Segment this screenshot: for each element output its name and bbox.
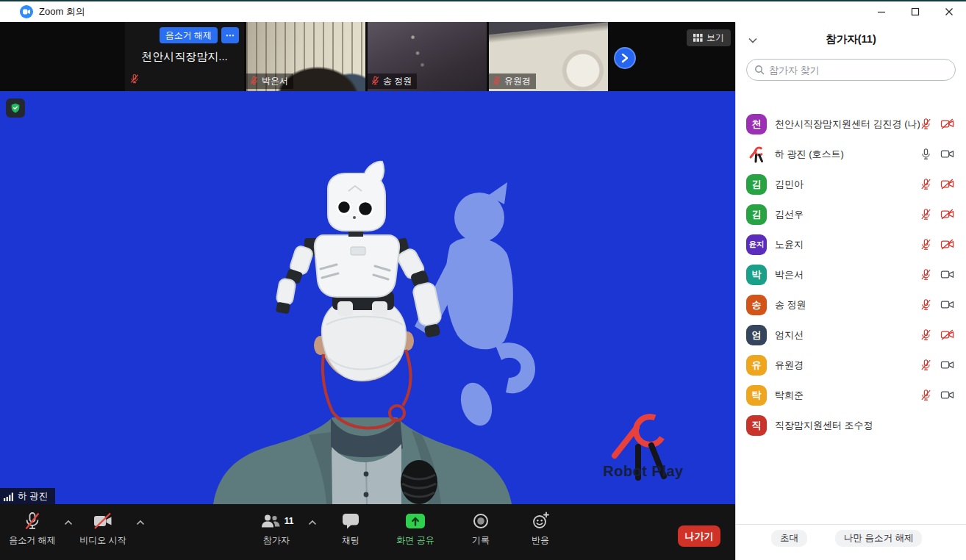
- maximize-button[interactable]: [898, 1, 932, 22]
- participant-row[interactable]: 김김선우: [736, 199, 966, 229]
- window-controls: [865, 1, 966, 22]
- thumbnail-unmute-button[interactable]: 음소거 해제: [160, 27, 218, 43]
- thumbnail-self[interactable]: 음소거 해제 ⋯ 천안시직장맘지...: [125, 22, 244, 91]
- participant-avatar: 김: [746, 204, 767, 225]
- participant-name: 김민아: [775, 178, 920, 191]
- record-button[interactable]: 기록: [461, 511, 501, 547]
- start-video-button[interactable]: 비디오 시작: [74, 511, 132, 547]
- thumbnail-name: 천안시직장맘지...: [125, 50, 244, 64]
- record-icon: [472, 511, 490, 531]
- robot-play-watermark: Robot Play: [588, 463, 698, 480]
- participant-avatar: 엄: [746, 325, 767, 345]
- mic-muted-icon: [920, 238, 932, 251]
- participant-name: 송 정원: [775, 298, 920, 312]
- mic-muted-icon: [920, 268, 932, 281]
- close-button[interactable]: [932, 1, 966, 22]
- active-speaker-video: 하 광진 Robot Play: [0, 91, 735, 504]
- mic-muted-icon: [920, 118, 932, 130]
- thumbnail-name: 송 정원: [383, 75, 412, 87]
- share-screen-button[interactable]: 화면 공유: [388, 511, 443, 547]
- mic-muted-icon: [249, 76, 259, 87]
- participant-avatar: 직: [746, 415, 767, 436]
- camera-on-icon: [940, 359, 954, 371]
- mic-muted-icon: [371, 76, 380, 87]
- camera-off-icon: [940, 208, 954, 220]
- thumbnail-participant[interactable]: 유원경: [489, 22, 608, 91]
- participant-name: 엄지선: [775, 329, 920, 342]
- speaker-name: 하 광진: [18, 490, 48, 503]
- chat-button[interactable]: 채팅: [329, 511, 372, 547]
- participant-search[interactable]: [746, 59, 956, 81]
- thumbnail-participant[interactable]: 박은서: [246, 22, 365, 91]
- share-screen-icon: [405, 511, 426, 531]
- invite-button[interactable]: 초대: [771, 530, 807, 547]
- participant-status-icons: [920, 208, 954, 220]
- camera-off-icon: [940, 178, 954, 190]
- participant-row[interactable]: 천천안시직장맘지원센터 김진경 (나): [736, 109, 966, 139]
- participant-avatar: [746, 144, 767, 165]
- participant-name: 유원경: [775, 359, 920, 372]
- minimize-button[interactable]: [865, 1, 898, 22]
- mic-options-caret[interactable]: [63, 516, 74, 529]
- next-page-button[interactable]: [614, 47, 636, 69]
- unmute-me-button[interactable]: 나만 음소거 해제: [835, 530, 922, 547]
- grid-view-icon: [693, 34, 703, 42]
- participant-row[interactable]: 김김민아: [736, 169, 966, 199]
- panel-collapse-button[interactable]: [746, 34, 759, 48]
- security-shield-icon[interactable]: [6, 98, 25, 118]
- view-button[interactable]: 보기: [687, 29, 731, 46]
- participant-name: 직장맘지원센터 조수정: [775, 419, 954, 432]
- participant-name: 박은서: [775, 268, 920, 281]
- thumbnail-name: 박은서: [262, 75, 288, 87]
- thumbnail-more-button[interactable]: ⋯: [221, 27, 239, 43]
- participant-row[interactable]: 송송 정원: [736, 290, 966, 320]
- participant-status-icons: [920, 118, 954, 130]
- camera-on-icon: [940, 298, 954, 311]
- participants-button[interactable]: 11 참가자: [248, 511, 304, 547]
- reactions-button[interactable]: 반응: [519, 511, 562, 547]
- participant-avatar: 송: [746, 295, 767, 315]
- mic-muted-icon: [24, 511, 41, 531]
- panel-bottom-bar: 초대 나만 음소거 해제: [736, 524, 966, 560]
- speaker-name-tag: 하 광진: [0, 488, 55, 504]
- participant-status-icons: [920, 148, 954, 160]
- camera-off-icon: [940, 238, 954, 251]
- participant-name: 탁희준: [775, 389, 920, 402]
- leave-button[interactable]: 나가기: [678, 525, 720, 547]
- participant-row[interactable]: 직직장맘지원센터 조수정: [736, 410, 966, 440]
- meeting-toolbar: 음소거 해제 비디오 시작 11 참가자: [0, 504, 735, 560]
- video-area: 음소거 해제 ⋯ 천안시직장맘지... 박은서 송: [0, 22, 735, 560]
- camera-off-icon: [93, 511, 113, 531]
- zoom-meeting-window: Zoom 회의 음소거 해제 ⋯ 천안시직장맘지...: [0, 0, 966, 560]
- participant-row[interactable]: 엄엄지선: [736, 320, 966, 350]
- thumbnail-participant[interactable]: 송 정원: [368, 22, 487, 91]
- participant-status-icons: [920, 268, 954, 281]
- unmute-button[interactable]: 음소거 해제: [4, 511, 60, 547]
- camera-on-icon: [940, 148, 954, 160]
- window-top-border: [0, 0, 966, 1]
- video-options-caret[interactable]: [135, 516, 146, 529]
- mic-muted-icon: [492, 76, 501, 87]
- chevron-down-icon: [748, 37, 758, 44]
- participants-panel-header: 참가자(11): [736, 22, 966, 56]
- participant-avatar: 탁: [746, 385, 767, 406]
- speaker-video-content: [0, 91, 735, 504]
- mic-muted-icon: [129, 73, 140, 87]
- participant-search-input[interactable]: [769, 65, 948, 76]
- filmstrip: 음소거 해제 ⋯ 천안시직장맘지... 박은서 송: [0, 22, 735, 91]
- participant-row[interactable]: 유유원경: [736, 350, 966, 380]
- camera-off-icon: [940, 329, 954, 341]
- participant-row[interactable]: 탁탁희준: [736, 380, 966, 410]
- participants-panel: 참가자(11) 천천안시직장맘지원센터 김진경 (나)하 광진 (호스트)김김민…: [735, 22, 966, 560]
- participants-options-caret[interactable]: [307, 516, 318, 529]
- participant-row[interactable]: 하 광진 (호스트): [736, 139, 966, 169]
- participant-row[interactable]: 윤지노윤지: [736, 229, 966, 259]
- camera-on-icon: [940, 268, 954, 281]
- participant-name: 김선우: [775, 208, 920, 221]
- participant-status-icons: [920, 298, 954, 311]
- participant-name: 하 광진 (호스트): [775, 148, 920, 161]
- mic-on-icon: [920, 148, 932, 160]
- mic-muted-icon: [920, 329, 932, 341]
- participant-status-icons: [920, 178, 954, 190]
- participant-row[interactable]: 박박은서: [736, 259, 966, 290]
